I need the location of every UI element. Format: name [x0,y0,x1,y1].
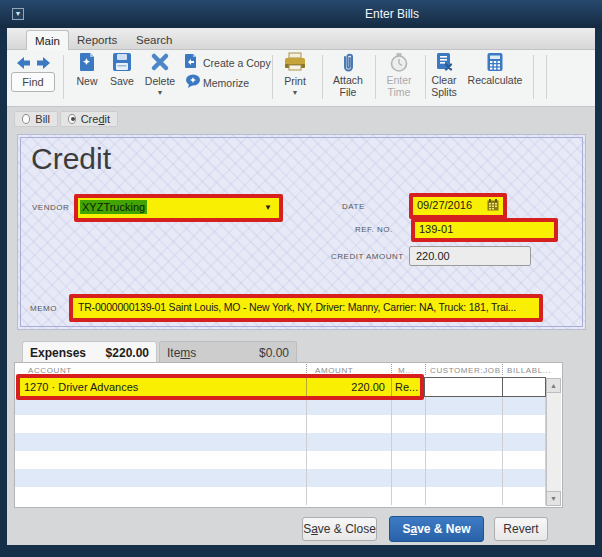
tab-main[interactable]: Main [26,30,69,50]
credit-radio[interactable]: Credit [60,111,118,127]
toolbar-separator [546,55,547,99]
items-tab-amount: $0.00 [259,346,289,360]
items-tab-label: Items [167,346,196,360]
save-button[interactable]: Save [101,75,143,87]
rollup-window-icon[interactable]: ▼ [12,8,24,20]
table-row[interactable] [15,451,545,469]
back-arrow-icon[interactable] [15,56,33,70]
toolbar-separator [533,55,534,99]
attach-file-button[interactable]: Attach [327,74,369,86]
table-row[interactable] [15,433,545,451]
tab-expenses[interactable]: Expenses $220.00 [22,341,157,362]
column-grid-line [502,397,503,505]
date-label: DATE [342,202,365,211]
billable-cell[interactable] [502,377,546,397]
column-grid-line [425,397,426,505]
toolbar-separator [322,55,323,99]
expenses-tab-label: Expenses [30,346,86,360]
tab-search[interactable]: Search [128,30,180,50]
table-scrollbar[interactable] [546,378,561,506]
credit-amount-label: CREDIT AMOUNT [331,252,404,261]
print-dropdown-caret-icon[interactable]: ▼ [274,89,316,96]
attach-file-icon[interactable] [339,52,357,73]
forward-arrow-icon[interactable] [34,56,52,70]
vendor-dropdown-caret-icon[interactable]: ▼ [264,203,272,212]
new-document-icon[interactable] [77,52,97,72]
column-grid-line [391,397,392,505]
bill-radio[interactable]: Bill [14,111,58,127]
save-and-new-button[interactable]: Save & New [389,516,484,542]
bill-radio-label: Bill [35,113,50,125]
ref-no-label: REF. NO. [355,225,393,234]
window-title: Enter Bills [365,7,419,21]
vendor-combobox[interactable]: XYZTrucking ▼ [78,198,279,218]
tab-items[interactable]: Items $0.00 [159,341,297,362]
calendar-icon[interactable] [487,199,499,211]
column-header-customer-job: CUSTOMER:JOB [430,366,501,375]
table-row[interactable] [15,415,545,433]
row-annotation-box [16,374,424,400]
recalculate-icon[interactable] [485,52,505,72]
enter-time-button: Enter [378,74,420,86]
date-value: 09/27/2016 [417,199,472,211]
attach-file-button-line2[interactable]: File [327,86,369,98]
create-copy-icon[interactable] [183,53,199,69]
enter-time-button-line2: Time [378,86,420,98]
memo-label: MEMO [30,304,57,313]
column-grid-line [306,397,307,505]
create-copy-button[interactable]: Create a Copy [203,57,271,69]
recalculate-button[interactable]: Recalculate [462,74,528,86]
expenses-tab-amount: $220.00 [106,346,149,360]
delete-icon[interactable] [150,52,170,72]
credit-radio-icon [68,114,76,124]
clear-splits-button-line2[interactable]: Splits [423,86,465,98]
credit-amount-value: 220.00 [416,250,450,262]
table-row[interactable] [15,487,545,505]
bill-radio-icon [22,114,30,124]
credit-amount-field[interactable]: 220.00 [409,246,531,266]
save-icon[interactable] [112,52,132,72]
scroll-down-icon[interactable]: ▼ [546,491,561,506]
customer-job-cell[interactable] [424,377,503,397]
vendor-label: VENDOR [32,203,69,212]
toolbar-separator [272,55,273,99]
print-button[interactable]: Print [274,75,316,87]
memorize-button[interactable]: Memorize [203,77,249,89]
delete-dropdown-caret-icon[interactable]: ▼ [139,89,181,96]
scroll-up-icon[interactable]: ▲ [546,378,561,393]
column-separator [502,364,503,375]
tab-reports[interactable]: Reports [69,30,125,50]
save-and-close-button[interactable]: Save & Close [302,517,377,541]
delete-button[interactable]: Delete [139,75,181,87]
find-button[interactable]: Find [11,72,55,92]
clear-splits-icon[interactable] [434,52,454,72]
form-heading: Credit [31,142,111,176]
memo-value: TR-0000000139-01 Saint Louis, MO - New Y… [78,301,516,313]
column-header-billable: BILLABL... [507,366,551,375]
ref-no-value: 139-01 [419,223,453,235]
memo-field[interactable]: TR-0000000139-01 Saint Louis, MO - New Y… [73,298,539,318]
toolbar-separator [63,55,64,99]
title-bar: ▼ Enter Bills [0,0,602,28]
column-separator [425,364,426,375]
clear-splits-button[interactable]: Clear [423,74,465,86]
toolbar-separator [375,55,376,99]
memorize-icon[interactable] [185,73,201,89]
revert-button[interactable]: Revert [494,517,548,541]
enter-bills-window: ▼ Enter Bills Main Reports Search Find N… [0,0,602,557]
print-icon[interactable] [283,52,307,72]
table-row[interactable] [15,469,545,487]
vendor-value: XYZTrucking [80,200,147,214]
credit-radio-label: Credit [81,113,110,125]
ref-no-field[interactable]: 139-01 [415,222,554,238]
enter-time-icon [389,52,409,72]
